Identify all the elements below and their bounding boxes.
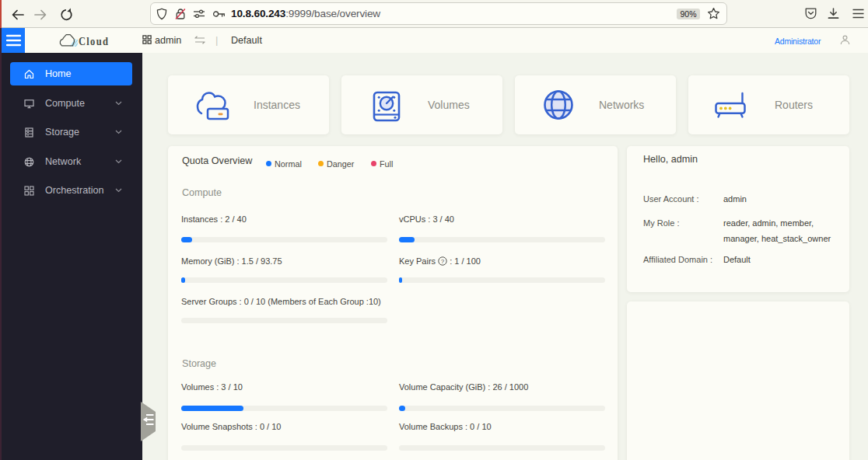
svg-text:?: ? <box>441 258 445 265</box>
